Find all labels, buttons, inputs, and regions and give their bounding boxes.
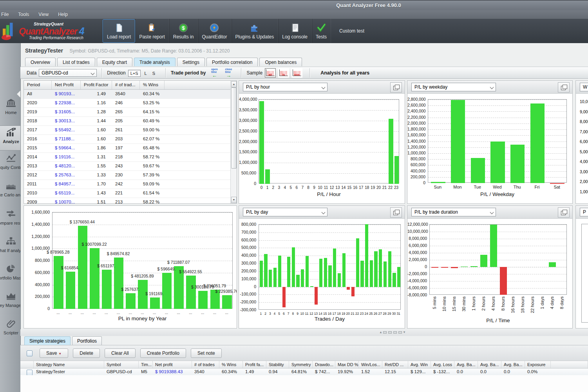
menu-view[interactable]: View bbox=[34, 12, 53, 17]
data-select[interactable]: GBPUSD-cd bbox=[39, 69, 97, 77]
tab-equity-chart[interactable]: Equity chart bbox=[97, 58, 132, 66]
chart-type-select[interactable]: P/L by day bbox=[243, 208, 327, 216]
save-dropdown-icon[interactable]: ▼ bbox=[58, 352, 62, 356]
sidebar-item-what-if-analysis[interactable]: What If analysis bbox=[0, 237, 21, 253]
tab-trade-analysis[interactable]: Trade analysis bbox=[134, 58, 175, 66]
scroll-up-arrow-icon[interactable]: ▲ bbox=[231, 81, 237, 87]
row-checkbox[interactable] bbox=[27, 370, 33, 376]
quanteditor-button[interactable]: QuantEditor bbox=[198, 19, 231, 43]
strategy-col-avg-win[interactable]: Avg. Win bbox=[408, 361, 431, 368]
sidebar-item-portfolio-master[interactable]: Portfolio Master bbox=[0, 264, 21, 280]
create-portfolio-button[interactable]: Create Portfolio bbox=[140, 348, 186, 358]
open-time-button[interactable]: opentime ← bbox=[208, 68, 221, 78]
strategy-col-avg-ba[interactable]: Avg. Ba... bbox=[454, 361, 478, 368]
tab-settings[interactable]: Settings bbox=[177, 58, 205, 66]
splitter-handle[interactable] bbox=[393, 331, 397, 334]
horizontal-splitter[interactable]: ▲ ▼ bbox=[20, 329, 588, 336]
chart-type-select[interactable]: P/L by hour bbox=[243, 83, 327, 91]
paste-report-button[interactable]: Paste report bbox=[135, 19, 169, 43]
period-row-2017[interactable]: 2017$ 55492...1.6026159.00 % bbox=[24, 126, 237, 135]
strategy-col-net-profit[interactable]: Net profit bbox=[153, 361, 192, 368]
period-row-2009[interactable]: 2009$ 10070...1.5121358.22 % bbox=[24, 198, 237, 204]
period-row-2011[interactable]: 2011$ 84957...1.7024259.09 % bbox=[24, 180, 237, 189]
strategy-col-ret-dd[interactable]: Ret/DD ... bbox=[382, 361, 408, 368]
scrollbar-thumb[interactable] bbox=[231, 87, 237, 169]
direction-l-s[interactable]: L+S bbox=[128, 70, 141, 77]
period-col-wins[interactable]: % Wins bbox=[140, 81, 165, 89]
tab-overview[interactable]: Overview bbox=[25, 58, 56, 66]
clear-all-button[interactable]: Clear All bbox=[105, 348, 136, 358]
sample-is-button[interactable]: is bbox=[278, 68, 289, 78]
chart-type-select[interactable]: P/L by weekday bbox=[411, 83, 496, 91]
period-table-scrollbar[interactable]: ▲ ▼ bbox=[230, 81, 237, 203]
menu-file[interactable]: File bbox=[0, 12, 13, 17]
copy-chart-button[interactable] bbox=[558, 207, 570, 218]
tab-simple-strategies[interactable]: Simple strategies bbox=[24, 336, 71, 345]
period-col-period[interactable]: Period bbox=[24, 81, 52, 89]
period-col-net-profit[interactable]: Net Profit bbox=[52, 81, 81, 89]
strategy-col-symbol[interactable]: Symbol bbox=[104, 361, 139, 368]
sidebar-item-money-management[interactable]: Money Management bbox=[0, 292, 21, 308]
menu-help[interactable]: Help bbox=[53, 12, 72, 17]
chart-type-select[interactable]: P/L by trade duration bbox=[411, 208, 496, 216]
strategy-col-wins[interactable]: % Wins bbox=[219, 361, 243, 368]
splitter-handle[interactable] bbox=[383, 331, 387, 334]
chart-type-select[interactable]: W bbox=[580, 83, 588, 91]
period-row-all[interactable]: All$ 90193...1.49354060.34 % bbox=[24, 90, 237, 99]
log-console-button[interactable]: Log console bbox=[278, 19, 312, 43]
sidebar-item-scripter[interactable]: Scripter bbox=[0, 319, 21, 335]
tab-portfolios[interactable]: Portfolios bbox=[72, 336, 102, 345]
set-note-button[interactable]: Set note bbox=[191, 348, 222, 358]
collapse-up-icon[interactable]: ▲ bbox=[379, 330, 382, 334]
tab-portfolio-correlation[interactable]: Portfolio correlation bbox=[206, 58, 258, 66]
copy-chart-button[interactable] bbox=[390, 207, 402, 218]
period-row-2020[interactable]: 2020$ 22938...1.1624653.25 % bbox=[24, 99, 237, 108]
sidebar-item-equity-control[interactable]: Equity Control bbox=[0, 154, 21, 170]
period-row-2014[interactable]: 2014$ 19116...1.3121858.72 % bbox=[24, 153, 237, 162]
load-report-button[interactable]: Load report bbox=[103, 19, 135, 43]
period-row-2012[interactable]: 2012$ 25763...1.3323057.39 % bbox=[24, 171, 237, 180]
tab-list-of-trades[interactable]: List of trades bbox=[57, 58, 95, 66]
strategy-col-stability[interactable]: Stability bbox=[266, 361, 289, 368]
period-row-2016[interactable]: 2016$ 71188...1.6020362.07 % bbox=[24, 135, 237, 144]
strategy-col-profit-fa[interactable]: Profit fa... bbox=[243, 361, 266, 368]
strategy-col-exposure[interactable]: Exposure bbox=[525, 361, 551, 368]
scroll-down-arrow-icon[interactable]: ▼ bbox=[231, 197, 237, 203]
copy-chart-button[interactable] bbox=[558, 82, 570, 93]
period-row-2018[interactable]: 2018$ 30013...1.4420560.49 % bbox=[24, 117, 237, 126]
copy-chart-button[interactable] bbox=[390, 82, 402, 93]
strategy-col-win-los[interactable]: Win/Los... bbox=[359, 361, 382, 368]
tests-button[interactable]: Tests bbox=[312, 19, 331, 43]
plugins-updates-button[interactable]: Plugins & Updates bbox=[232, 19, 279, 43]
period-row-2015[interactable]: 2015$ 59664...1.8619765.48 % bbox=[24, 144, 237, 153]
strategy-col-tim[interactable]: Tim... bbox=[139, 361, 153, 368]
period-col-profit-factor[interactable]: Profit Factor bbox=[81, 81, 112, 89]
strategy-col-max-dd[interactable]: Max DD % bbox=[335, 361, 359, 368]
strategy-col-avg-loss[interactable]: Avg. Loss bbox=[431, 361, 454, 368]
custom-test-label[interactable]: Custom test bbox=[339, 28, 364, 34]
direction-s[interactable]: S bbox=[152, 71, 155, 76]
strategy-col-symmetry[interactable]: Symmetry bbox=[289, 361, 313, 368]
save-button[interactable]: Save▼ bbox=[40, 348, 68, 358]
results-in-button[interactable]: $Results in bbox=[169, 19, 198, 43]
splitter-handle[interactable] bbox=[388, 331, 392, 334]
sidebar-item-home[interactable]: Home bbox=[0, 99, 21, 115]
strategy-col-drawdo[interactable]: Drawdo... bbox=[313, 361, 335, 368]
strategy-col-of-trades[interactable]: # of trades bbox=[192, 361, 219, 368]
sidebar-item-analyze[interactable]: Analyze bbox=[0, 128, 21, 144]
period-row-2019[interactable]: 2019$ 31605...1.2826564.15 % bbox=[24, 108, 237, 117]
period-row-2013[interactable]: 2013$ 48120...1.5524359.67 % bbox=[24, 162, 237, 171]
period-row-2010[interactable]: 2010$ 65119...1.4322161.54 % bbox=[24, 189, 237, 198]
tab-open-balances[interactable]: Open balances bbox=[259, 58, 302, 66]
chart-type-select[interactable]: P bbox=[580, 208, 588, 216]
direction-l[interactable]: L bbox=[145, 71, 147, 76]
period-col-of-trad[interactable]: # of trad... bbox=[112, 81, 140, 89]
splitter-handle[interactable] bbox=[398, 331, 402, 334]
select-all-checkbox[interactable] bbox=[27, 350, 33, 356]
sidebar-item-monte-carlo-analysis[interactable]: Monte Carlo analysis bbox=[0, 181, 21, 197]
menu-tools[interactable]: Tools bbox=[13, 12, 34, 17]
delete-button[interactable]: Delete bbox=[73, 348, 100, 358]
strategy-col-avg-ba[interactable]: Avg. Ba... bbox=[501, 361, 525, 368]
strategy-col-strategy-name[interactable]: Strategy Name bbox=[34, 361, 104, 368]
collapse-down-icon[interactable]: ▼ bbox=[403, 330, 406, 334]
